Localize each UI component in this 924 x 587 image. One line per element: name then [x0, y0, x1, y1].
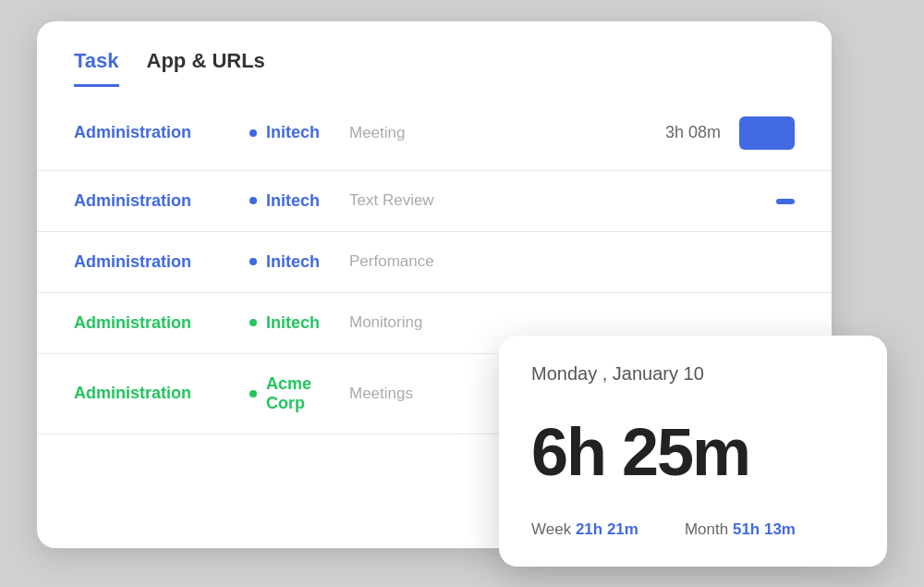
- company-1: Initech: [266, 123, 349, 142]
- overlay-date: Monday , January 10: [531, 363, 855, 385]
- overlay-stats: Week 21h 21m Month 51h 13m: [531, 520, 855, 539]
- overlay-time: 6h 25m: [531, 419, 855, 485]
- task-name-5: Administration: [74, 384, 249, 403]
- table-row: Administration Initech Text Review: [37, 171, 832, 232]
- task-name-2: Administration: [74, 191, 249, 211]
- outer-container: Task App & URLs Administration Initech M…: [37, 21, 887, 567]
- tabs-header: Task App & URLs: [37, 21, 832, 87]
- company-2: Initech: [266, 191, 349, 211]
- table-row: Administration Initech Perfomance: [37, 232, 832, 293]
- table-row: Administration Initech Meeting 3h 08m: [37, 96, 832, 171]
- company-4: Initech: [266, 313, 349, 333]
- dot-4: [249, 319, 257, 326]
- dot-5: [249, 390, 257, 397]
- task-type-3: Perfomance: [349, 252, 795, 271]
- task-type-1: Meeting: [349, 124, 665, 142]
- stat-month: Month 51h 13m: [685, 520, 796, 539]
- dot-2: [249, 197, 257, 204]
- task-name-3: Administration: [74, 252, 249, 272]
- duration-1: 3h 08m: [665, 123, 721, 142]
- stat-week: Week 21h 21m: [531, 520, 638, 539]
- company-5: Acme Corp: [266, 374, 349, 413]
- month-value: 51h 13m: [733, 520, 796, 538]
- week-label: Week: [531, 520, 571, 538]
- tab-app-urls[interactable]: App & URLs: [147, 49, 265, 87]
- overlay-card: Monday , January 10 6h 25m Week 21h 21m …: [499, 336, 887, 567]
- bar-2: [776, 199, 795, 204]
- bar-1: [739, 116, 795, 150]
- task-name-1: Administration: [74, 123, 249, 142]
- tab-task[interactable]: Task: [74, 49, 119, 87]
- task-name-4: Administration: [74, 313, 249, 333]
- company-3: Initech: [266, 252, 349, 272]
- week-value: 21h 21m: [576, 520, 638, 538]
- dot-3: [249, 258, 257, 265]
- task-type-2: Text Review: [349, 191, 776, 210]
- month-label: Month: [685, 520, 728, 538]
- task-type-4: Monitoring: [349, 313, 795, 332]
- dot-1: [249, 129, 257, 137]
